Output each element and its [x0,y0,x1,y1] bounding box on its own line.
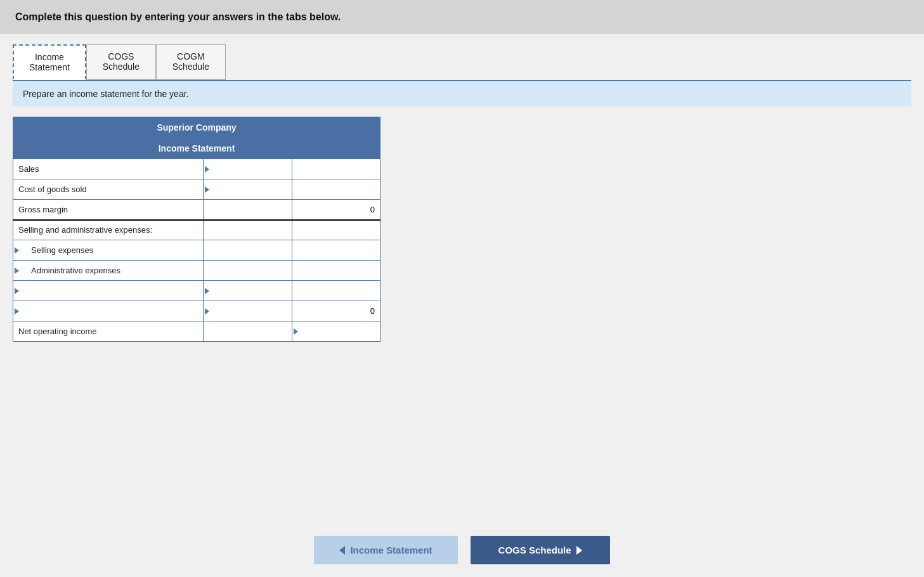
table-row: Cost of goods sold [13,179,381,200]
prev-button[interactable]: Income Statement [314,536,457,564]
selling-admin-col1-input[interactable] [206,223,289,238]
selling-admin-col2-cell [292,220,380,240]
net-operating-income-col1-cell [204,321,292,342]
sales-col1-input[interactable] [206,162,289,177]
table-row: Selling and administrative expenses: [13,220,381,240]
blank-row1-label-cell [13,281,204,301]
blank-row1-col2-cell [292,281,380,301]
table-row: Net operating income [13,321,381,342]
next-button-label: COGS Schedule [498,545,571,555]
blank-row2-col1-input[interactable] [206,304,289,319]
table-row [13,281,381,301]
admin-expenses-col1-input[interactable] [206,263,289,278]
net-operating-income-col2-cell [292,321,380,342]
selling-admin-label: Selling and administrative expenses: [13,220,204,240]
tab-cogm-schedule[interactable]: COGMSchedule [156,44,226,80]
blank-row1-col1-cell [204,281,292,301]
instruction-text: Complete this question by entering your … [15,11,341,22]
income-table: Superior Company Income Statement Sales [13,117,381,342]
sales-label: Sales [13,159,204,179]
sales-col2-input[interactable] [295,162,377,177]
company-name: Superior Company [13,117,381,138]
main-content: IncomeStatement COGSSchedule COGMSchedul… [0,34,924,517]
gross-margin-col1-cell [204,200,292,220]
table-row: 0 [13,301,381,321]
company-header-row: Superior Company [13,117,381,138]
prev-button-label: Income Statement [350,545,432,555]
blank-row2-label-cell [13,301,204,321]
blank-row2-col1-cell [204,301,292,321]
next-button[interactable]: COGS Schedule [471,536,610,564]
table-title-row: Income Statement [13,138,381,159]
prev-arrow-icon [339,546,345,555]
cogs-label: Cost of goods sold [13,179,204,200]
net-operating-income-label: Net operating income [13,321,204,342]
cogs-col2-cell [292,179,380,200]
table-title: Income Statement [13,138,381,159]
selling-expenses-col1-cell [204,240,292,261]
selling-expenses-col2-input[interactable] [295,243,377,258]
tab-cogs-schedule[interactable]: COGSSchedule [86,44,156,80]
net-operating-income-col2-input[interactable] [295,324,377,339]
selling-expenses-label: Selling expenses [13,240,204,261]
admin-expenses-col2-input[interactable] [295,263,377,278]
cogs-col2-input[interactable] [295,182,377,197]
net-operating-income-col1-input[interactable] [206,324,289,339]
table-row: Selling expenses [13,240,381,261]
page-wrapper: Complete this question by entering your … [0,0,924,577]
gross-margin-col1-input[interactable] [206,202,289,217]
admin-expenses-label: Administrative expenses [13,261,204,281]
gross-margin-value: 0 [292,200,380,220]
section-instruction-text: Prepare an income statement for the year… [23,89,188,99]
table-row: Gross margin 0 [13,200,381,220]
sales-col1-cell [204,159,292,179]
sales-col2-cell [292,159,380,179]
selling-admin-col2-input[interactable] [295,223,377,238]
gross-margin-label: Gross margin [13,200,204,220]
next-arrow-icon [576,546,582,555]
instruction-bar: Complete this question by entering your … [0,0,924,34]
blank-row2-value: 0 [292,301,380,321]
admin-expenses-col2-cell [292,261,380,281]
blank-row1-col2-input[interactable] [295,283,377,299]
bottom-nav: Income Statement COGS Schedule [0,517,924,577]
section-instruction: Prepare an income statement for the year… [13,81,911,107]
selling-expenses-col1-input[interactable] [206,243,289,258]
selling-expenses-col2-cell [292,240,380,261]
cogs-col1-input[interactable] [206,182,289,197]
table-row: Sales [13,159,381,179]
selling-admin-col1-cell [204,220,292,240]
table-container: Superior Company Income Statement Sales [13,117,381,342]
tab-income-statement[interactable]: IncomeStatement [13,44,86,80]
blank-row1-col1-input[interactable] [206,283,289,299]
table-row: Administrative expenses [13,261,381,281]
admin-expenses-col1-cell [204,261,292,281]
tabs-container: IncomeStatement COGSSchedule COGMSchedul… [13,44,911,81]
cogs-col1-cell [204,179,292,200]
